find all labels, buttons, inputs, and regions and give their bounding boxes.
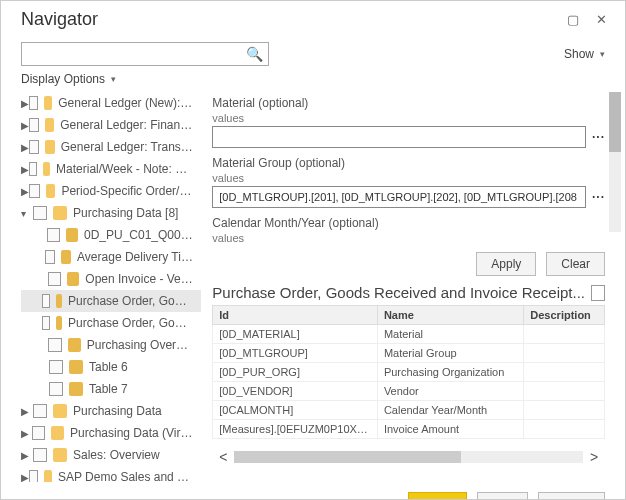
table-cell: [0D_VENDOR]	[213, 382, 378, 401]
tree-node[interactable]: ▶Purchasing Data	[21, 400, 201, 422]
tree-checkbox[interactable]	[45, 250, 55, 264]
param-matgroup-sub: values	[212, 172, 605, 184]
hscroll-track[interactable]	[234, 451, 583, 463]
cube-icon	[69, 360, 83, 374]
tree-node[interactable]: ▾Purchasing Data [8]	[21, 202, 201, 224]
load-button[interactable]: Load	[408, 492, 467, 500]
cube-icon	[56, 316, 62, 330]
param-matgroup-label: Material Group (optional)	[212, 156, 605, 170]
params-scrollbar[interactable]	[609, 92, 621, 232]
hscroll-left-button[interactable]: <	[212, 449, 234, 465]
tree-checkbox[interactable]	[49, 382, 63, 396]
table-row[interactable]: [0D_MATERIAL]Material	[213, 325, 605, 344]
tree-node[interactable]: ▶General Ledger (New): Transaction Figur…	[21, 92, 201, 114]
column-header[interactable]: Description	[524, 306, 605, 325]
tree-node[interactable]: ▶Material/Week - Note: New Design of Inv…	[21, 158, 201, 180]
tree-node[interactable]: Open Invoice - Vendor	[21, 268, 201, 290]
expand-arrow-icon[interactable]: ▶	[21, 450, 33, 461]
table-cell: Material	[377, 325, 523, 344]
tree-checkbox[interactable]	[29, 118, 39, 132]
tree-node[interactable]: Purchase Order, Goods Received and Invoi…	[21, 312, 201, 334]
search-input[interactable]	[21, 42, 269, 66]
window-restore-button[interactable]: ▢	[559, 12, 587, 27]
tree-checkbox[interactable]	[29, 184, 39, 198]
tree-node[interactable]: Purchase Order, Goods Received and Invoi…	[21, 290, 201, 312]
tree-node[interactable]: Purchasing Overview	[21, 334, 201, 356]
table-cell: [0D_MATERIAL]	[213, 325, 378, 344]
apply-button[interactable]: Apply	[476, 252, 536, 276]
table-row[interactable]: [Measures].[0EFUZM0P10X72MBPOYVBYISWVInv…	[213, 420, 605, 439]
tree-checkbox[interactable]	[33, 404, 47, 418]
expand-arrow-icon[interactable]: ▶	[21, 186, 29, 197]
tree-node[interactable]: ▶SAP Demo Sales and Distribution: Overvi…	[21, 466, 201, 482]
tree-node[interactable]: Table 7	[21, 378, 201, 400]
clear-button[interactable]: Clear	[546, 252, 605, 276]
column-header[interactable]: Name	[377, 306, 523, 325]
tree-node[interactable]: Table 6	[21, 356, 201, 378]
expand-arrow-icon[interactable]: ▶	[21, 142, 29, 153]
tree-checkbox[interactable]	[29, 140, 39, 154]
tree-node-label: Period-Specific Order/Material View	[61, 184, 193, 198]
tree-checkbox[interactable]	[33, 206, 47, 220]
tree-node[interactable]: ▶General Ledger: Transaction Figures	[21, 136, 201, 158]
tree-node[interactable]: ▶Sales: Overview	[21, 444, 201, 466]
tree-checkbox[interactable]	[32, 426, 45, 440]
display-options-dropdown[interactable]: Display Options	[1, 70, 625, 92]
table-cell	[524, 401, 605, 420]
tree-node-label: Open Invoice - Vendor	[85, 272, 193, 286]
param-matgroup-picker-icon[interactable]: ···	[592, 190, 605, 204]
navigator-tree[interactable]: ▶General Ledger (New): Transaction Figur…	[1, 92, 202, 482]
tree-checkbox[interactable]	[48, 272, 61, 286]
window-close-button[interactable]: ✕	[587, 12, 615, 27]
folder-icon	[44, 96, 52, 110]
tree-node[interactable]: 0D_PU_C01_Q0013KE	[21, 224, 201, 246]
cancel-button[interactable]: Cancel	[538, 492, 605, 500]
column-header[interactable]: Id	[213, 306, 378, 325]
expand-arrow-icon[interactable]: ▶	[21, 472, 29, 483]
table-row[interactable]: [0D_PUR_ORG]Purchasing Organization	[213, 363, 605, 382]
folder-icon	[43, 162, 50, 176]
show-dropdown[interactable]: Show	[564, 47, 605, 61]
table-cell	[524, 363, 605, 382]
edit-button[interactable]: Edit	[477, 492, 528, 500]
param-matgroup-input[interactable]	[212, 186, 586, 208]
tree-checkbox[interactable]	[42, 316, 49, 330]
cube-icon	[67, 272, 80, 286]
window-title: Navigator	[21, 9, 559, 30]
expand-arrow-icon[interactable]: ▶	[21, 120, 29, 131]
expand-arrow-icon[interactable]: ▶	[21, 98, 29, 109]
preview-doc-icon[interactable]	[591, 285, 605, 301]
folder-icon	[45, 118, 54, 132]
expand-arrow-icon[interactable]: ▶	[21, 406, 33, 417]
tree-node-label: General Ledger: Transaction Figures	[61, 140, 194, 154]
tree-node[interactable]: ▶Purchasing Data (Virtual)	[21, 422, 201, 444]
expand-arrow-icon[interactable]: ▶	[21, 428, 32, 439]
tree-node[interactable]: ▶General Ledger: Financial Statements	[21, 114, 201, 136]
tree-checkbox[interactable]	[49, 360, 63, 374]
expand-arrow-icon[interactable]: ▾	[21, 208, 33, 219]
table-cell: Purchasing Organization	[377, 363, 523, 382]
tree-node-label: Table 7	[89, 382, 128, 396]
tree-checkbox[interactable]	[42, 294, 49, 308]
table-row[interactable]: [0D_MTLGROUP]Material Group	[213, 344, 605, 363]
tree-checkbox[interactable]	[29, 162, 37, 176]
tree-checkbox[interactable]	[29, 470, 38, 482]
param-material-input[interactable]	[212, 126, 586, 148]
param-material-picker-icon[interactable]: ···	[592, 130, 605, 144]
table-row[interactable]: [0D_VENDOR]Vendor	[213, 382, 605, 401]
table-cell: [0CALMONTH]	[213, 401, 378, 420]
tree-checkbox[interactable]	[29, 96, 38, 110]
hscroll-right-button[interactable]: >	[583, 449, 605, 465]
search-icon[interactable]: 🔍	[246, 46, 263, 62]
table-row[interactable]: [0CALMONTH]Calendar Year/Month	[213, 401, 605, 420]
hscroll-thumb[interactable]	[234, 451, 461, 463]
expand-arrow-icon[interactable]: ▶	[21, 164, 29, 175]
tree-checkbox[interactable]	[33, 448, 47, 462]
table-cell	[524, 344, 605, 363]
tree-checkbox[interactable]	[47, 228, 59, 242]
table-cell	[524, 382, 605, 401]
tree-node[interactable]: Average Delivery Time - Vendor	[21, 246, 201, 268]
tree-checkbox[interactable]	[48, 338, 61, 352]
folder-icon	[44, 470, 52, 482]
tree-node[interactable]: ▶Period-Specific Order/Material View	[21, 180, 201, 202]
